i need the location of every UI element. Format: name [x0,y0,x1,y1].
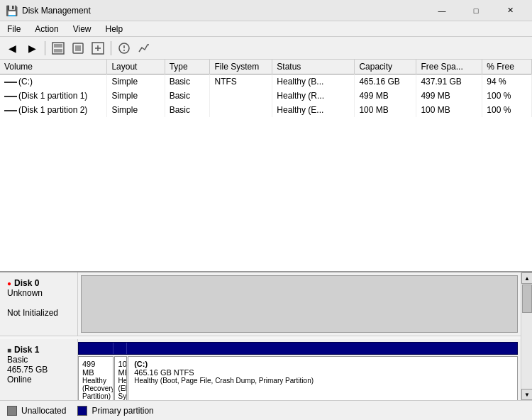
disk-1-size: 465.75 GB [7,365,70,375]
cell-status-2: Healthy (E... [272,103,355,117]
toolbar: ◀ ▶ [0,37,532,60]
cell-free-0: 437.91 GB [416,74,482,89]
disk-1-part1-size: 499 MB [82,360,109,377]
svg-rect-4 [75,45,81,51]
cell-free-2: 100 MB [416,103,482,117]
svg-rect-2 [54,49,62,52]
disk-1-label: ■ Disk 1 Basic 465.75 GB Online [0,339,78,400]
col-capacity: Capacity [355,60,416,74]
cell-filesystem-2 [210,103,272,117]
menu-view[interactable]: View [66,21,99,36]
disk-visualization-wrapper: ● Disk 0 Unknown Not Initialized ■ Disk … [0,272,532,420]
disk-1-type: Basic [7,355,70,365]
toolbar-back[interactable]: ◀ [3,40,21,57]
window-controls: — □ ✕ [426,0,526,21]
window-title: Disk Management [22,6,426,16]
menu-action[interactable]: Action [28,21,65,36]
disk-row-1: ■ Disk 1 Basic 465.75 GB Online [0,339,521,400]
menu-bar: File Action View Help [0,21,532,37]
disk-1-part2-size: 100 MB [118,360,123,377]
cell-volume-1: (Disk 1 partition 1) [0,89,107,103]
cell-status-0: Healthy (B... [272,74,355,89]
cell-free-1: 499 MB [416,89,482,103]
cell-capacity-2: 100 MB [355,103,416,117]
disk-1-part2-detail[interactable]: 100 MB Healthy (EFI System [114,356,128,400]
scroll-track [521,284,532,389]
legend-unallocated: Unallocated [7,406,66,416]
svg-point-10 [123,50,125,51]
maximize-button[interactable]: □ [460,0,492,21]
legend-unallocated-box [7,406,17,416]
cell-layout-1: Simple [107,89,165,103]
disk-0-id: Disk 0 [14,278,39,288]
disk-1-id: Disk 1 [14,345,39,355]
toolbar-btn3[interactable] [89,40,107,57]
cell-capacity-1: 499 MB [355,89,416,103]
disk-0-title: ● Disk 0 [7,278,70,288]
disk-0-label: ● Disk 0 Unknown Not Initialized [0,272,78,336]
toolbar-btn5[interactable] [135,40,153,57]
cell-type-1: Basic [165,89,210,103]
disk-1-part1-detail[interactable]: 499 MB Healthy (Recovery Partition) [78,356,113,400]
toolbar-btn1[interactable] [49,40,67,57]
svg-rect-1 [54,44,62,48]
vertical-scrollbar[interactable]: ▲ ▼ [521,272,532,400]
disk-1-part1-label: Healthy (Recovery Partition) [82,377,109,400]
disk-area[interactable]: ● Disk 0 Unknown Not Initialized ■ Disk … [0,272,521,400]
disk-1-status: Online [7,375,70,385]
main-content: Volume Layout Type File System Status Ca… [0,60,532,420]
disk-1-bar-p2 [113,343,127,354]
disk-1-bar-p3 [127,343,517,354]
legend-unallocated-label: Unallocated [21,406,66,416]
scroll-up-arrow[interactable]: ▲ [521,272,532,284]
cell-capacity-0: 465.16 GB [355,74,416,89]
disk-1-part3-size: 465.16 GB NTFS [134,368,511,377]
disk-1-part3-driveletter: (C:) [134,360,511,368]
disk-0-type: Unknown [7,288,70,298]
table-row[interactable]: (Disk 1 partition 2) Simple Basic Health… [0,103,532,117]
table-row[interactable]: (C:) Simple Basic NTFS Healthy (B... 465… [0,74,532,89]
legend-primary-label: Primary partition [92,406,153,416]
col-status: Status [272,60,355,74]
cell-type-0: Basic [165,74,210,89]
scroll-thumb[interactable] [522,284,532,313]
col-filesystem: File System [210,60,272,74]
toolbar-separator-1 [45,41,45,55]
legend-primary-box [77,406,87,416]
title-bar: 💾 Disk Management — □ ✕ [0,0,532,21]
toolbar-separator-2 [111,41,111,55]
toolbar-forward[interactable]: ▶ [23,40,41,57]
cell-percent-0: 94 % [482,74,532,89]
close-button[interactable]: ✕ [494,0,526,21]
menu-file[interactable]: File [0,21,28,36]
cell-layout-2: Simple [107,103,165,117]
disk-0-unallocated [81,275,518,333]
col-percent: % Free [482,60,532,74]
disk-1-bar [78,342,518,355]
col-type: Type [165,60,210,74]
menu-help[interactable]: Help [99,21,131,36]
cell-percent-2: 100 % [482,103,532,117]
cell-volume-2: (Disk 1 partition 2) [0,103,107,117]
disk-0-size [7,298,70,308]
disk-row-0: ● Disk 0 Unknown Not Initialized [0,272,521,336]
cell-layout-0: Simple [107,74,165,89]
disk-0-status: Not Initialized [7,308,70,318]
disk-1-partitions: 499 MB Healthy (Recovery Partition) 100 … [78,339,521,400]
col-volume: Volume [0,60,107,74]
disk-table-area[interactable]: Volume Layout Type File System Status Ca… [0,60,532,272]
toolbar-btn2[interactable] [69,40,87,57]
disk-1-part2-label: Healthy (EFI System [118,377,123,400]
scroll-down-arrow[interactable]: ▼ [521,389,532,400]
disk-1-part3-detail[interactable]: (C:) 465.16 GB NTFS Healthy (Boot, Page … [128,356,518,400]
table-header-row: Volume Layout Type File System Status Ca… [0,60,532,74]
minimize-button[interactable]: — [426,0,458,21]
disk-1-part3-label: Healthy (Boot, Page File, Crash Dump, Pr… [134,377,511,385]
cell-type-2: Basic [165,103,210,117]
legend-primary: Primary partition [77,406,153,416]
app-icon: 💾 [6,5,18,16]
cell-volume-0: (C:) [0,74,107,89]
col-free: Free Spa... [416,60,482,74]
toolbar-btn4[interactable] [115,40,133,57]
table-row[interactable]: (Disk 1 partition 1) Simple Basic Health… [0,89,532,103]
